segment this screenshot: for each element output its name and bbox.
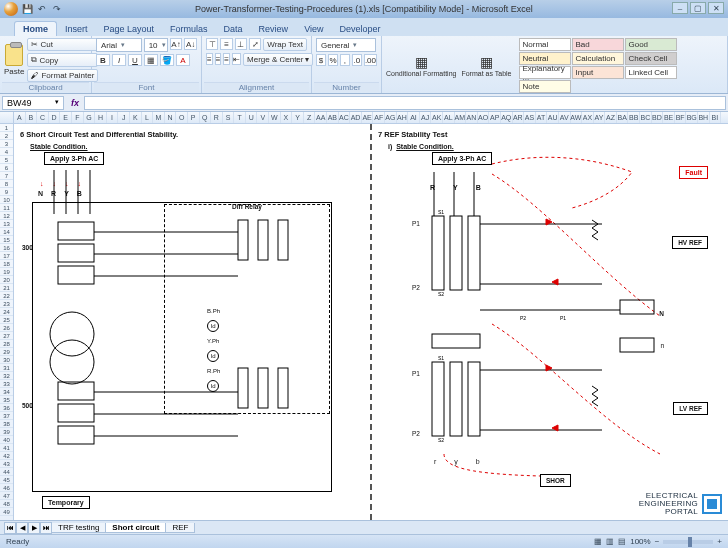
- row-48[interactable]: 48: [0, 500, 13, 508]
- row-37[interactable]: 37: [0, 412, 13, 420]
- row-4[interactable]: 4: [0, 148, 13, 156]
- col-X[interactable]: X: [281, 112, 293, 123]
- tab-home[interactable]: Home: [14, 21, 57, 36]
- orient-icon[interactable]: ⤢: [249, 38, 261, 50]
- minimize-button[interactable]: –: [672, 2, 688, 14]
- currency-icon[interactable]: $: [316, 54, 326, 66]
- tab-insert[interactable]: Insert: [57, 22, 96, 36]
- col-AQ[interactable]: AQ: [501, 112, 513, 123]
- sheet-tab-1[interactable]: Short circuit: [105, 523, 166, 533]
- col-F[interactable]: F: [72, 112, 84, 123]
- fill-color-button[interactable]: 🪣: [160, 54, 174, 66]
- col-AT[interactable]: AT: [536, 112, 548, 123]
- col-AH[interactable]: AH: [397, 112, 409, 123]
- col-J[interactable]: J: [118, 112, 130, 123]
- col-M[interactable]: M: [153, 112, 165, 123]
- col-V[interactable]: V: [257, 112, 269, 123]
- cell-style-note[interactable]: Note: [519, 80, 571, 93]
- row-49[interactable]: 49: [0, 508, 13, 516]
- view-break-icon[interactable]: ▤: [618, 537, 626, 546]
- align-center-icon[interactable]: ≡: [215, 53, 222, 65]
- row-2[interactable]: 2: [0, 132, 13, 140]
- row-39[interactable]: 39: [0, 428, 13, 436]
- col-BF[interactable]: BF: [675, 112, 687, 123]
- row-22[interactable]: 22: [0, 292, 13, 300]
- col-BH[interactable]: BH: [698, 112, 710, 123]
- zoom-in[interactable]: +: [717, 537, 722, 546]
- merge-center-button[interactable]: Merge & Center ▾: [243, 53, 313, 66]
- row-42[interactable]: 42: [0, 452, 13, 460]
- row-11[interactable]: 11: [0, 204, 13, 212]
- worksheet[interactable]: 1234567891011121314151617181920212223242…: [0, 124, 728, 520]
- row-36[interactable]: 36: [0, 404, 13, 412]
- tab-developer[interactable]: Developer: [331, 22, 388, 36]
- col-AW[interactable]: AW: [571, 112, 583, 123]
- row-15[interactable]: 15: [0, 236, 13, 244]
- number-format[interactable]: General▾: [316, 38, 376, 52]
- col-BC[interactable]: BC: [640, 112, 652, 123]
- sheet-nav-prev[interactable]: ◀: [16, 522, 28, 534]
- col-AK[interactable]: AK: [431, 112, 443, 123]
- dec-dec-icon[interactable]: .00: [364, 54, 377, 66]
- percent-icon[interactable]: %: [328, 54, 338, 66]
- formula-field[interactable]: [84, 96, 726, 110]
- row-29[interactable]: 29: [0, 348, 13, 356]
- col-AO[interactable]: AO: [478, 112, 490, 123]
- row-8[interactable]: 8: [0, 180, 13, 188]
- sheet-nav-next[interactable]: ▶: [28, 522, 40, 534]
- col-BI[interactable]: BI: [710, 112, 722, 123]
- row-38[interactable]: 38: [0, 420, 13, 428]
- grow-font-icon[interactable]: A↑: [170, 38, 183, 50]
- tab-formulas[interactable]: Formulas: [162, 22, 216, 36]
- col-O[interactable]: O: [176, 112, 188, 123]
- maximize-button[interactable]: ▢: [690, 2, 706, 14]
- row-18[interactable]: 18: [0, 260, 13, 268]
- row-7[interactable]: 7: [0, 172, 13, 180]
- col-AP[interactable]: AP: [489, 112, 501, 123]
- copy-button[interactable]: ⧉ Copy: [27, 53, 98, 67]
- fmt-table-icon[interactable]: ▦: [480, 54, 493, 70]
- close-button[interactable]: ✕: [708, 2, 724, 14]
- col-U[interactable]: U: [246, 112, 258, 123]
- format-painter-button[interactable]: 🖌 Format Painter: [27, 69, 98, 82]
- zoom-slider[interactable]: [663, 540, 713, 544]
- row-34[interactable]: 34: [0, 388, 13, 396]
- align-top-icon[interactable]: ⊤: [206, 38, 218, 50]
- col-AJ[interactable]: AJ: [420, 112, 432, 123]
- bold-button[interactable]: B: [96, 54, 110, 66]
- col-W[interactable]: W: [269, 112, 281, 123]
- view-normal-icon[interactable]: ▦: [594, 537, 602, 546]
- col-R[interactable]: R: [211, 112, 223, 123]
- col-AV[interactable]: AV: [559, 112, 571, 123]
- col-C[interactable]: C: [37, 112, 49, 123]
- cell-style-linked-cell[interactable]: Linked Cell: [625, 66, 677, 79]
- col-K[interactable]: K: [130, 112, 142, 123]
- col-P[interactable]: P: [188, 112, 200, 123]
- row-33[interactable]: 33: [0, 380, 13, 388]
- col-E[interactable]: E: [60, 112, 72, 123]
- font-size[interactable]: 10▾: [144, 38, 168, 52]
- cell-style-explanatory-[interactable]: Explanatory ...: [519, 66, 571, 79]
- row-3[interactable]: 3: [0, 140, 13, 148]
- name-box[interactable]: BW49▾: [2, 96, 64, 110]
- align-left-icon[interactable]: ≡: [206, 53, 213, 65]
- comma-icon[interactable]: ,: [340, 54, 350, 66]
- col-L[interactable]: L: [142, 112, 154, 123]
- align-right-icon[interactable]: ≡: [223, 53, 230, 65]
- col-I[interactable]: I: [107, 112, 119, 123]
- tab-review[interactable]: Review: [251, 22, 297, 36]
- col-D[interactable]: D: [49, 112, 61, 123]
- align-bot-icon[interactable]: ⊥: [235, 38, 247, 50]
- shrink-font-icon[interactable]: A↓: [184, 38, 197, 50]
- tab-page-layout[interactable]: Page Layout: [96, 22, 163, 36]
- col-H[interactable]: H: [95, 112, 107, 123]
- view-layout-icon[interactable]: ▥: [606, 537, 614, 546]
- col-AU[interactable]: AU: [547, 112, 559, 123]
- zoom-out[interactable]: −: [655, 537, 660, 546]
- row-23[interactable]: 23: [0, 300, 13, 308]
- col-AE[interactable]: AE: [362, 112, 374, 123]
- col-AN[interactable]: AN: [466, 112, 478, 123]
- row-30[interactable]: 30: [0, 356, 13, 364]
- col-AI[interactable]: AI: [408, 112, 420, 123]
- col-AY[interactable]: AY: [594, 112, 606, 123]
